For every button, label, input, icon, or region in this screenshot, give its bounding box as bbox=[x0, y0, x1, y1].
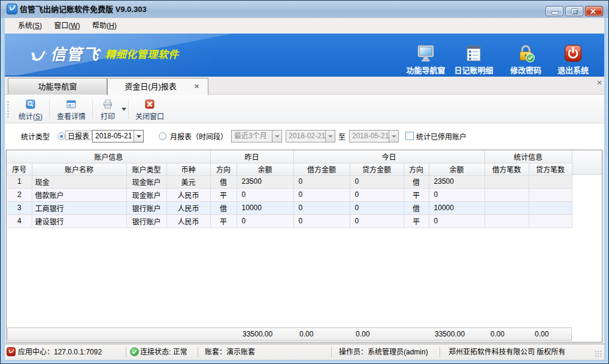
range-from-dropdown-icon[interactable] bbox=[325, 131, 335, 142]
grid-cell[interactable] bbox=[529, 214, 572, 228]
print-dropdown-arrow[interactable] bbox=[122, 108, 126, 111]
grid-column-header[interactable]: 账户类型 bbox=[126, 163, 166, 175]
grid-cell[interactable]: 0 bbox=[429, 214, 484, 228]
grid-cell[interactable]: 借 bbox=[404, 201, 429, 214]
grid-cell[interactable] bbox=[484, 201, 529, 214]
grid-cell[interactable]: 工商银行 bbox=[32, 201, 126, 214]
toolbar-button-close-window[interactable]: 关闭窗口 bbox=[131, 97, 169, 121]
grid-cell[interactable]: 现金账户 bbox=[126, 175, 166, 188]
grid-cell[interactable]: 1 bbox=[7, 175, 32, 188]
tab-fund-report[interactable]: 资金日(月)报表× bbox=[107, 78, 208, 95]
grid-row[interactable]: 4建设银行银行账户人民币平000平0 bbox=[7, 214, 572, 228]
grid-cell[interactable]: 0 bbox=[293, 188, 350, 201]
grid-cell[interactable]: 2 bbox=[7, 188, 32, 201]
grid-cell[interactable]: 0 bbox=[350, 188, 404, 201]
grid-cell[interactable] bbox=[529, 201, 572, 214]
grid-column-header[interactable]: 方向 bbox=[404, 163, 429, 175]
grid-cell[interactable]: 建设银行 bbox=[32, 214, 126, 228]
toolbar-button-statistics[interactable]: 统计(S) bbox=[12, 97, 49, 121]
monthly-radio-label[interactable]: 月报表（时间段） bbox=[170, 132, 228, 142]
grid-cell[interactable]: 借 bbox=[404, 175, 429, 188]
grid-column-header[interactable]: 序号 bbox=[7, 163, 32, 175]
grid-column-header[interactable]: 借方笔数 bbox=[484, 163, 529, 175]
range-preset-select[interactable]: 最近3个月 bbox=[231, 130, 282, 142]
grid-group-header[interactable]: 昨日 bbox=[210, 150, 293, 163]
grid-cell[interactable]: 借 bbox=[210, 175, 237, 188]
close-button[interactable]: ✕ bbox=[585, 6, 603, 16]
grid-cell[interactable]: 平 bbox=[210, 188, 237, 201]
range-to-dropdown-icon[interactable] bbox=[389, 131, 398, 142]
grid-group-header[interactable]: 账户信息 bbox=[7, 150, 210, 163]
grid-cell[interactable]: 0 bbox=[350, 201, 404, 214]
grid-cell[interactable]: 人民币 bbox=[166, 188, 210, 201]
maximize-button[interactable] bbox=[565, 6, 583, 16]
grid-row[interactable]: 1现金现金账户美元借2350000借23500 bbox=[7, 175, 572, 188]
grid-cell[interactable]: 银行账户 bbox=[126, 214, 166, 228]
grid-cell[interactable]: 0 bbox=[350, 214, 404, 228]
tab-nav-window[interactable]: 功能导航窗 bbox=[8, 78, 107, 95]
range-to-select[interactable]: 2018-05-21 bbox=[349, 130, 399, 142]
range-preset-dropdown-icon[interactable] bbox=[272, 131, 281, 142]
grid-cell[interactable] bbox=[529, 188, 572, 201]
minimize-button[interactable] bbox=[546, 6, 563, 16]
grid-group-header[interactable]: 统计信息 bbox=[484, 150, 572, 163]
grid-group-header[interactable]: 今日 bbox=[293, 150, 484, 163]
grid-cell[interactable]: 平 bbox=[404, 214, 429, 228]
grid-cell[interactable]: 现金账户 bbox=[126, 188, 166, 201]
tab-close-icon[interactable]: × bbox=[194, 78, 199, 94]
monthly-radio[interactable] bbox=[159, 132, 166, 140]
grid-column-header[interactable]: 账户名称 bbox=[32, 163, 126, 175]
grid-cell[interactable]: 0 bbox=[293, 175, 350, 188]
grid-row[interactable]: 2借款账户现金账户人民币平000平0 bbox=[7, 188, 572, 201]
grid-cell[interactable]: 现金 bbox=[32, 175, 126, 188]
grid-cell[interactable] bbox=[484, 175, 529, 188]
grid-cell[interactable]: 美元 bbox=[166, 175, 210, 188]
stopped-accounts-label[interactable]: 统计已停用账户 bbox=[416, 132, 466, 142]
banner-action-journal-detail[interactable]: 日记账明细 bbox=[447, 44, 501, 75]
grid-cell[interactable]: 10000 bbox=[429, 201, 484, 214]
grid-cell[interactable]: 10000 bbox=[237, 201, 293, 214]
menu-item-system[interactable]: 系统(S) bbox=[14, 18, 46, 34]
grid-column-header[interactable]: 余额 bbox=[237, 163, 293, 175]
grid-column-header[interactable]: 方向 bbox=[210, 163, 237, 175]
resize-grip[interactable] bbox=[595, 350, 602, 357]
menu-item-help[interactable]: 帮助(H) bbox=[88, 18, 121, 34]
grid-cell[interactable]: 0 bbox=[350, 175, 404, 188]
grid-cell[interactable] bbox=[529, 175, 572, 188]
grid-cell[interactable]: 平 bbox=[404, 188, 429, 201]
grid-column-header[interactable]: 币种 bbox=[166, 163, 210, 175]
title-bar[interactable]: 信管飞出纳记账软件免费版 V9.0.303 ✕ bbox=[0, 0, 609, 18]
toolbar-grip[interactable] bbox=[7, 101, 9, 117]
grid-cell[interactable]: 人民币 bbox=[166, 214, 210, 228]
range-from-select[interactable]: 2018-02-21 bbox=[286, 130, 335, 142]
grid-cell[interactable]: 23500 bbox=[429, 175, 484, 188]
grid-column-header[interactable]: 贷方金额 bbox=[350, 163, 404, 175]
grid-cell[interactable]: 银行账户 bbox=[126, 201, 166, 214]
menu-item-window[interactable]: 窗口(W) bbox=[50, 18, 84, 34]
grid-cell[interactable]: 0 bbox=[237, 188, 293, 201]
grid-cell[interactable]: 23500 bbox=[237, 175, 293, 188]
daily-date-select[interactable]: 2018-05-21 bbox=[92, 130, 144, 142]
grid-cell[interactable]: 借 bbox=[210, 201, 237, 214]
toolbar-button-view-details[interactable]: 查看详情 bbox=[51, 97, 92, 121]
grid-column-header[interactable]: 余额 bbox=[429, 163, 484, 175]
grid-cell[interactable]: 4 bbox=[7, 214, 32, 228]
grid-column-header[interactable]: 贷方笔数 bbox=[529, 163, 572, 175]
banner-action-exit-system[interactable]: 退出系统 bbox=[546, 44, 600, 75]
grid-cell[interactable]: 人民币 bbox=[166, 201, 210, 214]
daily-radio-label[interactable]: 日报表 bbox=[65, 131, 92, 140]
grid-cell[interactable] bbox=[484, 214, 529, 228]
grid-cell[interactable]: 0 bbox=[293, 214, 350, 228]
toolbar-button-print[interactable]: 打印 bbox=[95, 97, 121, 121]
grid-cell[interactable]: 3 bbox=[7, 201, 32, 214]
daily-date-dropdown-icon[interactable] bbox=[134, 131, 143, 142]
banner-action-nav-window[interactable]: 功能导航窗 bbox=[399, 44, 453, 75]
daily-radio[interactable] bbox=[57, 132, 65, 140]
grid-row[interactable]: 3工商银行银行账户人民币借1000000借10000 bbox=[7, 201, 572, 214]
banner-action-change-password[interactable]: 修改密码 bbox=[499, 44, 553, 75]
grid-cell[interactable]: 平 bbox=[210, 214, 237, 228]
grid-column-header[interactable]: 借方金额 bbox=[293, 163, 350, 175]
grid-cell[interactable]: 借款账户 bbox=[32, 188, 126, 201]
tabbar-close-icon[interactable]: × bbox=[595, 78, 604, 87]
grid-cell[interactable]: 0 bbox=[293, 201, 350, 214]
